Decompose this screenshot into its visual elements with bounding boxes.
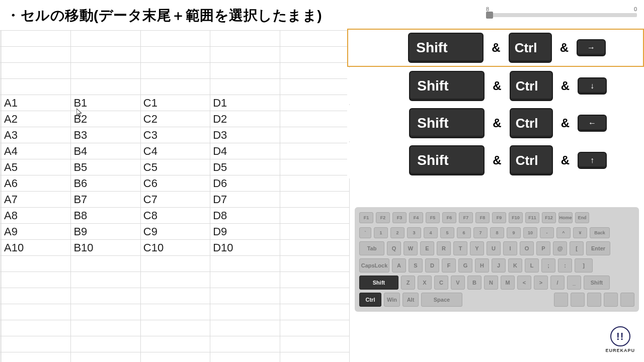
empty-cell[interactable] [71,31,140,47]
empty-cell[interactable] [280,240,349,256]
empty-cell[interactable] [71,272,140,288]
empty-cell[interactable] [71,63,140,79]
empty-cell[interactable] [210,63,280,79]
cell[interactable]: B2 [71,111,140,127]
empty-cell[interactable] [140,272,210,288]
cell[interactable]: D1 [210,95,280,111]
cell[interactable]: D7 [210,192,280,208]
empty-cell[interactable] [280,159,349,175]
empty-cell[interactable] [280,352,349,363]
empty-cell[interactable] [280,288,349,304]
empty-cell[interactable] [2,352,71,363]
cell[interactable]: A7 [2,192,71,208]
cell[interactable]: C5 [140,159,210,175]
empty-cell[interactable] [280,320,349,336]
cell[interactable]: B3 [71,127,140,143]
empty-cell[interactable] [71,336,140,352]
empty-cell[interactable] [210,352,280,363]
cell[interactable]: D2 [210,111,280,127]
empty-cell[interactable] [280,272,349,288]
cell[interactable]: B7 [71,192,140,208]
cell[interactable]: A2 [2,111,71,127]
cell[interactable]: D8 [210,208,280,224]
empty-cell[interactable] [2,320,71,336]
empty-cell[interactable] [2,336,71,352]
empty-cell[interactable] [140,304,210,320]
cell[interactable]: D3 [210,127,280,143]
empty-cell[interactable] [210,288,280,304]
empty-cell[interactable] [71,320,140,336]
empty-cell[interactable] [2,272,71,288]
cell[interactable]: D6 [210,175,280,192]
cell[interactable]: B8 [71,208,140,224]
empty-cell[interactable] [2,288,71,304]
empty-cell[interactable] [140,31,210,47]
empty-cell[interactable] [280,79,349,95]
cell[interactable]: C3 [140,127,210,143]
empty-cell[interactable] [140,256,210,272]
empty-cell[interactable] [71,47,140,63]
empty-cell[interactable] [210,47,280,63]
empty-cell[interactable] [280,208,349,224]
empty-cell[interactable] [210,272,280,288]
empty-cell[interactable] [140,336,210,352]
cell[interactable]: D9 [210,224,280,240]
cell[interactable]: B4 [71,143,140,159]
cell[interactable]: A4 [2,143,71,159]
progress-slider[interactable]: 8 0 [486,6,637,17]
empty-cell[interactable] [140,352,210,363]
spreadsheet-grid[interactable]: A1B1C1D1A2B2C2D2A3B3C3D3A4B4C4D4A5B5C5D5… [0,30,350,362]
empty-cell[interactable] [210,320,280,336]
empty-cell[interactable] [2,31,71,47]
empty-cell[interactable] [210,31,280,47]
empty-cell[interactable] [280,192,349,208]
empty-cell[interactable] [280,175,349,192]
empty-cell[interactable] [140,320,210,336]
cell[interactable]: C7 [140,192,210,208]
cell[interactable]: B10 [71,240,140,256]
cell[interactable]: D4 [210,143,280,159]
empty-cell[interactable] [71,79,140,95]
cell[interactable]: C4 [140,143,210,159]
empty-cell[interactable] [280,111,349,127]
empty-cell[interactable] [280,256,349,272]
empty-cell[interactable] [280,31,349,47]
empty-cell[interactable] [210,336,280,352]
empty-cell[interactable] [71,352,140,363]
empty-cell[interactable] [280,63,349,79]
empty-cell[interactable] [71,256,140,272]
empty-cell[interactable] [140,79,210,95]
cell[interactable]: A1 [2,95,71,111]
empty-cell[interactable] [280,224,349,240]
empty-cell[interactable] [2,304,71,320]
cell[interactable]: C2 [140,111,210,127]
empty-cell[interactable] [210,256,280,272]
cell[interactable]: D5 [210,159,280,175]
empty-cell[interactable] [2,256,71,272]
cell[interactable]: C8 [140,208,210,224]
empty-cell[interactable] [2,63,71,79]
empty-cell[interactable] [210,304,280,320]
cell[interactable]: A10 [2,240,71,256]
cell[interactable]: A8 [2,208,71,224]
empty-cell[interactable] [280,304,349,320]
cell[interactable]: A6 [2,175,71,192]
empty-cell[interactable] [71,288,140,304]
slider-thumb[interactable] [486,12,493,19]
cell[interactable]: C1 [140,95,210,111]
empty-cell[interactable] [280,127,349,143]
cell[interactable]: B6 [71,175,140,192]
empty-cell[interactable] [140,288,210,304]
cell[interactable]: C6 [140,175,210,192]
cell[interactable]: A5 [2,159,71,175]
cell[interactable]: C9 [140,224,210,240]
empty-cell[interactable] [140,63,210,79]
cell[interactable]: B5 [71,159,140,175]
empty-cell[interactable] [280,143,349,159]
cell[interactable]: B9 [71,224,140,240]
empty-cell[interactable] [210,79,280,95]
empty-cell[interactable] [2,79,71,95]
cell[interactable]: A3 [2,127,71,143]
cell[interactable]: D10 [210,240,280,256]
cell[interactable]: B1 [71,95,140,111]
